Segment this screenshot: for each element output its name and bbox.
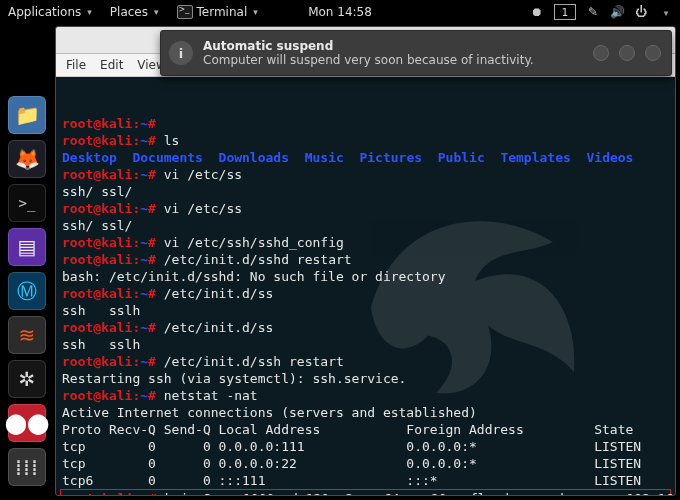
notification-body: Computer will suspend very soon because … [203,53,534,67]
file-menu[interactable]: File [66,58,86,72]
out: tcp 0 0 0.0.0.0:22 0.0.0.0:* LISTEN [62,456,641,471]
cmd: hping3 -c 1000 -d 120 -S -w 64 -p 80 --f… [165,491,675,495]
cmd: /etc/init.d/ss [164,286,274,301]
system-caret-icon[interactable] [658,5,672,19]
workspace-indicator[interactable]: 1 [554,4,576,20]
firefox-launcher[interactable]: 🦊 [8,140,46,178]
notif-minimize-button[interactable] [593,45,609,61]
notif-maximize-button[interactable] [619,45,635,61]
out: ssh/ ssl/ [62,184,132,199]
cmd: /etc/init.d/ss [164,320,274,335]
volume-icon[interactable]: 🔊 [610,5,624,19]
terminal-content[interactable]: root@kali:~# root@kali:~# ls Desktop Doc… [56,77,675,495]
out: ssh sslh [62,303,140,318]
burp-launcher[interactable]: ≋ [8,316,46,354]
files-launcher[interactable]: 📁 [8,96,46,134]
screencast-icon[interactable]: ⏺ [530,5,544,19]
cmd: vi /etc/ss [164,201,242,216]
editor-launcher[interactable]: ▤ [8,228,46,266]
terminal-icon [177,5,193,19]
power-icon[interactable]: ⏻ [634,5,648,19]
out: Active Internet connections (servers and… [62,405,477,420]
cherrytree-launcher[interactable]: ⬤⬤ [8,404,46,442]
cmd: netstat -nat [164,388,258,403]
terminal-menu[interactable]: Terminal [177,5,258,19]
terminal-menu-label: Terminal [197,5,248,19]
cmd: /etc/init.d/ssh restart [164,354,344,369]
places-menu[interactable]: Places [110,5,159,19]
launcher-dock: 📁 🦊 >_ ▤ Ⓜ ≋ ✲ ⬤⬤ ⁞⁞⁞ [2,26,52,498]
out: tcp 0 0 0.0.0.0:111 0.0.0.0:* LISTEN [62,439,641,454]
settings-icon[interactable]: ✎ [586,5,600,19]
edit-menu[interactable]: Edit [100,58,123,72]
top-panel: Applications Places Terminal Mon 14:58 ⏺… [0,0,680,24]
out: tcp6 0 0 :::111 :::* LISTEN [62,473,641,488]
out: Restarting ssh (via systemctl): ssh.serv… [62,371,406,386]
terminal-launcher[interactable]: >_ [8,184,46,222]
out: Proto Recv-Q Send-Q Local Address Foreig… [62,422,633,437]
cmd: ls [164,133,180,148]
applications-menu[interactable]: Applications [8,5,92,19]
zenmap-launcher[interactable]: ✲ [8,360,46,398]
cmd: vi /etc/ssh/sshd_config [164,235,344,250]
out: bash: /etc/init.d/sshd: No such file or … [62,269,446,284]
clock[interactable]: Mon 14:58 [308,5,372,19]
highlighted-command: root@kali:~# hping3 -c 1000 -d 120 -S -w… [60,489,671,495]
cmd: /etc/init.d/sshd restart [164,252,352,267]
terminal-window: File Edit View root@kali:~# root@kali:~#… [55,26,676,496]
notification[interactable]: i Automatic suspend Computer will suspen… [160,30,672,76]
info-icon: i [169,41,193,65]
notification-title: Automatic suspend [203,39,534,53]
notif-close-button[interactable] [645,45,661,61]
out: ssh sslh [62,337,140,352]
show-apps-launcher[interactable]: ⁞⁞⁞ [8,448,46,486]
cmd: vi /etc/ss [164,167,242,182]
metasploit-launcher[interactable]: Ⓜ [8,272,46,310]
out: ssh/ ssl/ [62,218,132,233]
